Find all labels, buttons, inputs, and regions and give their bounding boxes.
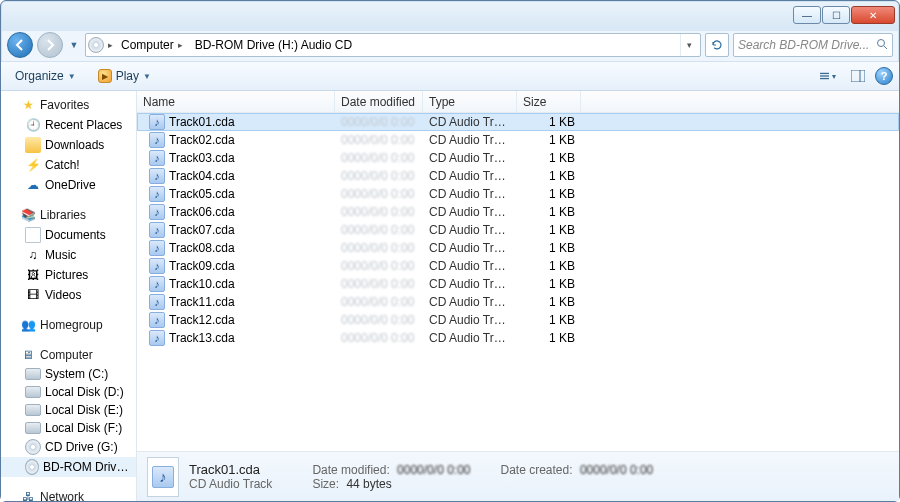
- organize-label: Organize: [15, 69, 64, 83]
- drive-icon: [25, 368, 41, 380]
- nav-computer-header[interactable]: 🖥Computer: [1, 345, 136, 365]
- file-row[interactable]: ♪Track13.cda0000/0/0 0:00CD Audio Track1…: [137, 329, 899, 347]
- col-type[interactable]: Type: [423, 91, 517, 112]
- chevron-right-icon[interactable]: ▸: [108, 40, 113, 50]
- nav-homegroup-header[interactable]: 👥Homegroup: [1, 315, 136, 335]
- file-type: CD Audio Track: [423, 187, 517, 201]
- file-date: 0000/0/0 0:00: [335, 223, 423, 237]
- cda-icon: ♪: [149, 258, 165, 274]
- navigation-pane[interactable]: ★Favorites 🕘Recent Places Downloads ⚡Cat…: [1, 91, 137, 501]
- cda-icon: ♪: [149, 186, 165, 202]
- back-button[interactable]: [7, 32, 33, 58]
- details-props: Date modified: 0000/0/0 0:00 Size: 44 by…: [312, 463, 653, 491]
- organize-button[interactable]: Organize ▼: [7, 66, 84, 86]
- file-row[interactable]: ♪Track06.cda0000/0/0 0:00CD Audio Track1…: [137, 203, 899, 221]
- svg-rect-3: [820, 75, 829, 76]
- nav-local-d[interactable]: Local Disk (D:): [1, 383, 136, 401]
- chevron-down-icon: ▼: [143, 72, 151, 81]
- refresh-button[interactable]: [705, 33, 729, 57]
- history-dropdown[interactable]: ▼: [67, 34, 81, 56]
- view-options-button[interactable]: [819, 66, 841, 86]
- nav-music[interactable]: ♫Music: [1, 245, 136, 265]
- command-bar: Organize ▼ ▶ Play ▼ ?: [1, 61, 899, 91]
- cda-icon: ♪: [149, 276, 165, 292]
- chevron-right-icon[interactable]: ▸: [178, 40, 183, 50]
- svg-rect-4: [820, 78, 829, 79]
- nav-pictures[interactable]: 🖼Pictures: [1, 265, 136, 285]
- file-date: 0000/0/0 0:00: [335, 259, 423, 273]
- file-date: 0000/0/0 0:00: [335, 331, 423, 345]
- nav-onedrive[interactable]: ☁OneDrive: [1, 175, 136, 195]
- address-dropdown[interactable]: ▾: [680, 34, 698, 56]
- file-date: 0000/0/0 0:00: [335, 205, 423, 219]
- nav-cd-g[interactable]: CD Drive (G:): [1, 437, 136, 457]
- file-rows[interactable]: ♪Track01.cda0000/0/0 0:00CD Audio Track1…: [137, 113, 899, 451]
- nav-homegroup: 👥Homegroup: [1, 315, 136, 335]
- maximize-button[interactable]: ☐: [822, 6, 850, 24]
- address-bar[interactable]: ▸ Computer▸ BD-ROM Drive (H:) Audio CD ▾: [85, 33, 701, 57]
- arrow-right-icon: [44, 39, 56, 51]
- file-type: CD Audio Track: [423, 295, 517, 309]
- col-size[interactable]: Size: [517, 91, 581, 112]
- file-row[interactable]: ♪Track09.cda0000/0/0 0:00CD Audio Track1…: [137, 257, 899, 275]
- col-name[interactable]: Name: [137, 91, 335, 112]
- breadcrumb-drive[interactable]: BD-ROM Drive (H:) Audio CD: [191, 34, 356, 56]
- music-icon: ♫: [25, 247, 41, 263]
- file-row[interactable]: ♪Track02.cda0000/0/0 0:00CD Audio Track1…: [137, 131, 899, 149]
- nav-videos[interactable]: 🎞Videos: [1, 285, 136, 305]
- file-row[interactable]: ♪Track04.cda0000/0/0 0:00CD Audio Track1…: [137, 167, 899, 185]
- file-name: Track09.cda: [169, 259, 235, 273]
- file-row[interactable]: ♪Track01.cda0000/0/0 0:00CD Audio Track1…: [137, 113, 899, 131]
- file-list-area: Name Date modified Type Size ♪Track01.cd…: [137, 91, 899, 501]
- nav-recent-places[interactable]: 🕘Recent Places: [1, 115, 136, 135]
- file-name: Track12.cda: [169, 313, 235, 327]
- file-name: Track04.cda: [169, 169, 235, 183]
- nav-bdrom-h[interactable]: BD-ROM Drive (H:): [1, 457, 136, 477]
- cda-icon: ♪: [149, 204, 165, 220]
- file-date: 0000/0/0 0:00: [335, 115, 423, 129]
- details-subtitle: CD Audio Track: [189, 477, 272, 491]
- help-button[interactable]: ?: [875, 67, 893, 85]
- document-icon: [25, 227, 41, 243]
- file-name: Track05.cda: [169, 187, 235, 201]
- file-size: 1 KB: [517, 259, 581, 273]
- view-icon: [820, 70, 829, 82]
- minimize-button[interactable]: —: [793, 6, 821, 24]
- file-date: 0000/0/0 0:00: [335, 313, 423, 327]
- file-row[interactable]: ♪Track05.cda0000/0/0 0:00CD Audio Track1…: [137, 185, 899, 203]
- preview-pane-button[interactable]: [847, 66, 869, 86]
- breadcrumb-computer[interactable]: Computer▸: [117, 34, 187, 56]
- nav-network-header[interactable]: 🖧Network: [1, 487, 136, 501]
- file-size: 1 KB: [517, 151, 581, 165]
- nav-local-f[interactable]: Local Disk (F:): [1, 419, 136, 437]
- nav-local-e[interactable]: Local Disk (E:): [1, 401, 136, 419]
- network-icon: 🖧: [20, 489, 36, 501]
- nav-system-c[interactable]: System (C:): [1, 365, 136, 383]
- nav-libraries-header[interactable]: 📚Libraries: [1, 205, 136, 225]
- file-row[interactable]: ♪Track11.cda0000/0/0 0:00CD Audio Track1…: [137, 293, 899, 311]
- close-button[interactable]: ✕: [851, 6, 895, 24]
- file-row[interactable]: ♪Track03.cda0000/0/0 0:00CD Audio Track1…: [137, 149, 899, 167]
- forward-button[interactable]: [37, 32, 63, 58]
- titlebar[interactable]: — ☐ ✕: [1, 1, 899, 29]
- play-button[interactable]: ▶ Play ▼: [90, 66, 159, 86]
- file-size: 1 KB: [517, 205, 581, 219]
- nav-catch[interactable]: ⚡Catch!: [1, 155, 136, 175]
- nav-downloads[interactable]: Downloads: [1, 135, 136, 155]
- file-name: Track10.cda: [169, 277, 235, 291]
- file-row[interactable]: ♪Track12.cda0000/0/0 0:00CD Audio Track1…: [137, 311, 899, 329]
- nav-favorites-header[interactable]: ★Favorites: [1, 95, 136, 115]
- svg-point-0: [878, 39, 885, 46]
- nav-libraries: 📚Libraries Documents ♫Music 🖼Pictures 🎞V…: [1, 205, 136, 305]
- file-row[interactable]: ♪Track10.cda0000/0/0 0:00CD Audio Track1…: [137, 275, 899, 293]
- file-type: CD Audio Track: [423, 277, 517, 291]
- svg-line-1: [884, 46, 887, 49]
- search-input[interactable]: Search BD-ROM Drive...: [733, 33, 893, 57]
- folder-icon: [25, 137, 41, 153]
- date-modified-label: Date modified:: [312, 463, 389, 477]
- file-row[interactable]: ♪Track07.cda0000/0/0 0:00CD Audio Track1…: [137, 221, 899, 239]
- col-date[interactable]: Date modified: [335, 91, 423, 112]
- nav-documents[interactable]: Documents: [1, 225, 136, 245]
- file-row[interactable]: ♪Track08.cda0000/0/0 0:00CD Audio Track1…: [137, 239, 899, 257]
- file-size: 1 KB: [517, 241, 581, 255]
